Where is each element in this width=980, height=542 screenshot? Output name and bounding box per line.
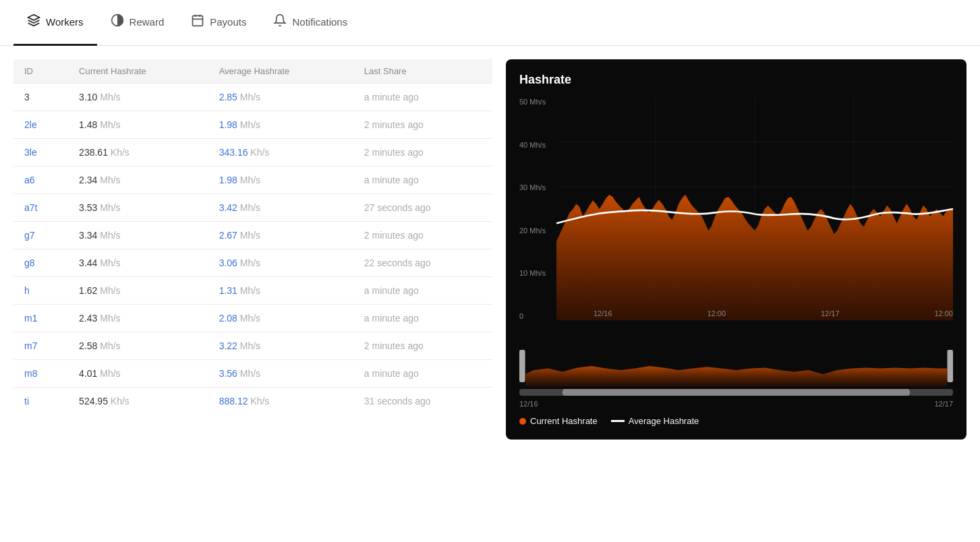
worker-id-link[interactable]: g8 xyxy=(24,258,35,268)
nav-workers-label: Workers xyxy=(46,16,84,28)
cell-id: 2le xyxy=(13,111,68,139)
current-hash-value: 3.34 xyxy=(79,230,97,241)
cell-id: g7 xyxy=(13,222,68,249)
current-hash-value: 238.61 xyxy=(79,147,108,158)
avg-hash-unit: Mh/s xyxy=(240,119,260,130)
chart-svg xyxy=(556,98,953,320)
cell-last-share: a minute ago xyxy=(353,360,492,388)
mini-chart-area xyxy=(519,346,953,386)
avg-hash-unit: Mh/s xyxy=(240,92,260,102)
cell-current-hashrate: 1.48 Mh/s xyxy=(68,111,208,139)
avg-hash-unit: Mh/s xyxy=(240,202,260,213)
cell-current-hashrate: 4.01 Mh/s xyxy=(68,360,208,388)
avg-hash-unit: Mh/s xyxy=(240,340,260,351)
y-axis-labels: 50 Mh/s 40 Mh/s 30 Mh/s 20 Mh/s 10 Mh/s … xyxy=(519,98,556,320)
worker-id-link[interactable]: 3le xyxy=(24,147,37,158)
cell-avg-hashrate: 2.08 Mh/s xyxy=(208,305,353,332)
avg-hash-value: 888.12 xyxy=(219,396,248,406)
cell-last-share: a minute ago xyxy=(353,277,492,305)
cell-last-share: 2 minutes ago xyxy=(353,139,492,167)
layers-icon xyxy=(27,13,40,30)
last-share-time: 2 minutes ago xyxy=(364,230,424,241)
mini-time-labels: 12/16 12/17 xyxy=(519,400,953,408)
avg-hash-value: 1.98 xyxy=(219,119,237,130)
current-hash-value: 2.34 xyxy=(79,175,97,185)
current-hash-value: 4.01 xyxy=(79,368,97,379)
legend-avg-label: Average Hashrate xyxy=(629,416,699,426)
current-hash-unit: Mh/s xyxy=(100,92,120,102)
nav-item-workers[interactable]: Workers xyxy=(13,1,97,46)
table-row: g73.34 Mh/s2.67 Mh/s2 minutes ago xyxy=(13,222,492,249)
col-last-share: Last Share xyxy=(353,59,492,84)
cell-avg-hashrate: 3.22 Mh/s xyxy=(208,332,353,360)
chart-main-area: 50 Mh/s 40 Mh/s 30 Mh/s 20 Mh/s 10 Mh/s … xyxy=(519,98,953,340)
last-share-time: a minute ago xyxy=(364,368,419,379)
nav-item-payouts[interactable]: Payouts xyxy=(177,1,260,46)
cell-id: m7 xyxy=(13,332,68,360)
nav-item-reward[interactable]: Reward xyxy=(97,1,178,46)
nav-notifications-label: Notifications xyxy=(292,16,347,28)
worker-id-link[interactable]: g7 xyxy=(24,230,35,241)
current-hash-value: 1.62 xyxy=(79,285,97,296)
cell-last-share: 22 seconds ago xyxy=(353,249,492,277)
current-hash-unit: Mh/s xyxy=(100,368,120,379)
avg-hash-value: 1.98 xyxy=(219,175,237,185)
avg-hash-value: 3.22 xyxy=(219,340,237,351)
cell-current-hashrate: 2.34 Mh/s xyxy=(68,167,208,194)
last-share-time: 27 seconds ago xyxy=(364,202,431,213)
current-hash-unit: Mh/s xyxy=(100,202,120,213)
scrollbar-thumb[interactable] xyxy=(563,389,909,396)
cell-avg-hashrate: 888.12 Kh/s xyxy=(208,388,353,415)
legend-current: Current Hashrate xyxy=(519,416,598,426)
circle-half-icon xyxy=(111,13,124,30)
cell-avg-hashrate: 3.42 Mh/s xyxy=(208,194,353,222)
last-share-time: a minute ago xyxy=(364,92,419,102)
last-share-time: a minute ago xyxy=(364,285,419,296)
cell-id: 3 xyxy=(13,84,68,111)
worker-id-link[interactable]: 2le xyxy=(24,119,37,130)
worker-id-link[interactable]: m1 xyxy=(24,313,37,324)
worker-id-link[interactable]: a7t xyxy=(24,202,37,213)
scrollbar-track[interactable] xyxy=(519,389,953,396)
cell-last-share: a minute ago xyxy=(353,84,492,111)
cell-current-hashrate: 1.62 Mh/s xyxy=(68,277,208,305)
cell-avg-hashrate: 1.31 Mh/s xyxy=(208,277,353,305)
cell-id: m8 xyxy=(13,360,68,388)
avg-hash-unit: Mh/s xyxy=(240,175,260,185)
col-average-hashrate: Average Hashrate xyxy=(208,59,353,84)
last-share-time: 22 seconds ago xyxy=(364,258,431,268)
current-hash-value: 3.53 xyxy=(79,202,97,213)
svg-rect-2 xyxy=(193,16,203,26)
last-share-time: 2 minutes ago xyxy=(364,340,424,351)
bell-icon xyxy=(273,13,287,30)
worker-id-link[interactable]: m8 xyxy=(24,368,37,379)
current-hash-unit: Mh/s xyxy=(100,175,120,185)
table-row: h1.62 Mh/s1.31 Mh/sa minute ago xyxy=(13,277,492,305)
last-share-time: 31 seconds ago xyxy=(364,396,431,406)
col-id: ID xyxy=(13,59,68,84)
avg-hash-value: 2.08 xyxy=(219,313,237,324)
svg-marker-0 xyxy=(28,15,40,20)
cell-current-hashrate: 238.61 Kh/s xyxy=(68,139,208,167)
nav-item-notifications[interactable]: Notifications xyxy=(260,1,361,46)
table-row: m72.58 Mh/s3.22 Mh/s2 minutes ago xyxy=(13,332,492,360)
cell-avg-hashrate: 1.98 Mh/s xyxy=(208,111,353,139)
cell-avg-hashrate: 3.06 Mh/s xyxy=(208,249,353,277)
worker-id-link[interactable]: m7 xyxy=(24,340,37,351)
worker-id-link[interactable]: ti xyxy=(24,396,29,406)
table-row: 2le1.48 Mh/s1.98 Mh/s2 minutes ago xyxy=(13,111,492,139)
cell-id: ti xyxy=(13,388,68,415)
legend-current-dot xyxy=(519,418,526,425)
cell-last-share: 31 seconds ago xyxy=(353,388,492,415)
cell-current-hashrate: 524.95 Kh/s xyxy=(68,388,208,415)
last-share-time: a minute ago xyxy=(364,313,419,324)
cell-last-share: 2 minutes ago xyxy=(353,111,492,139)
avg-hash-unit: Mh/s xyxy=(240,285,260,296)
worker-id-link[interactable]: h xyxy=(24,285,30,296)
cell-id: a6 xyxy=(13,167,68,194)
legend-avg-line xyxy=(611,420,625,422)
avg-hash-unit: Mh/s xyxy=(240,368,260,379)
svg-rect-15 xyxy=(519,350,525,382)
last-share-time: 2 minutes ago xyxy=(364,147,424,158)
worker-id-link[interactable]: a6 xyxy=(24,175,35,185)
